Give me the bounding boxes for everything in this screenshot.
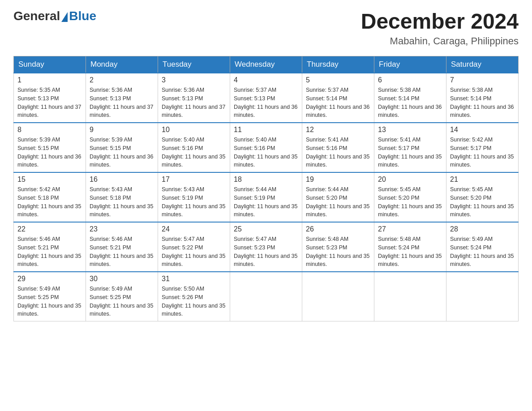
calendar-cell: 8Sunrise: 5:39 AMSunset: 5:15 PMDaylight…: [14, 123, 86, 172]
day-number: 24: [162, 225, 226, 233]
calendar-cell: 22Sunrise: 5:46 AMSunset: 5:21 PMDayligh…: [14, 222, 86, 272]
day-number: 8: [17, 126, 82, 134]
day-number: 12: [306, 126, 370, 134]
day-number: 5: [306, 76, 370, 84]
day-of-week-header: Sunday: [14, 56, 86, 73]
day-info: Sunrise: 5:50 AMSunset: 5:26 PMDaylight:…: [162, 285, 226, 318]
day-number: 26: [306, 225, 370, 233]
calendar-cell: 25Sunrise: 5:47 AMSunset: 5:23 PMDayligh…: [230, 222, 302, 272]
day-info: Sunrise: 5:40 AMSunset: 5:16 PMDaylight:…: [234, 136, 298, 169]
day-of-week-header: Wednesday: [230, 56, 302, 73]
day-number: 4: [234, 76, 298, 84]
day-number: 20: [378, 176, 442, 184]
day-number: 2: [90, 76, 154, 84]
day-info: Sunrise: 5:39 AMSunset: 5:15 PMDaylight:…: [90, 136, 154, 169]
day-of-week-header: Saturday: [446, 56, 519, 73]
calendar-cell: 14Sunrise: 5:42 AMSunset: 5:17 PMDayligh…: [446, 123, 519, 172]
day-number: 1: [17, 76, 82, 84]
page-header: General Blue December 2024 Mabahin, Cara…: [13, 9, 519, 47]
day-info: Sunrise: 5:39 AMSunset: 5:15 PMDaylight:…: [17, 136, 82, 169]
day-number: 22: [17, 225, 82, 233]
title-section: December 2024 Mabahin, Caraga, Philippin…: [361, 9, 519, 47]
calendar-cell: 17Sunrise: 5:43 AMSunset: 5:19 PMDayligh…: [158, 172, 230, 222]
day-info: Sunrise: 5:45 AMSunset: 5:20 PMDaylight:…: [450, 185, 515, 219]
calendar-cell: 12Sunrise: 5:41 AMSunset: 5:16 PMDayligh…: [302, 123, 374, 172]
day-number: 30: [90, 275, 154, 283]
logo-general-text: General: [13, 9, 60, 23]
day-info: Sunrise: 5:47 AMSunset: 5:22 PMDaylight:…: [162, 235, 226, 269]
day-number: 14: [450, 126, 515, 134]
calendar-header-row: SundayMondayTuesdayWednesdayThursdayFrid…: [14, 56, 519, 73]
calendar-cell: [302, 272, 374, 321]
day-info: Sunrise: 5:40 AMSunset: 5:16 PMDaylight:…: [162, 136, 226, 169]
calendar-cell: 31Sunrise: 5:50 AMSunset: 5:26 PMDayligh…: [158, 272, 230, 321]
day-number: 7: [450, 76, 515, 84]
day-info: Sunrise: 5:48 AMSunset: 5:24 PMDaylight:…: [378, 235, 442, 269]
day-of-week-header: Monday: [86, 56, 158, 73]
calendar-cell: 27Sunrise: 5:48 AMSunset: 5:24 PMDayligh…: [374, 222, 446, 272]
calendar-cell: 9Sunrise: 5:39 AMSunset: 5:15 PMDaylight…: [86, 123, 158, 172]
day-number: 31: [162, 275, 226, 283]
day-info: Sunrise: 5:41 AMSunset: 5:17 PMDaylight:…: [378, 136, 442, 169]
day-number: 23: [90, 225, 154, 233]
location-subtitle: Mabahin, Caraga, Philippines: [361, 35, 519, 47]
day-number: 17: [162, 176, 226, 184]
day-info: Sunrise: 5:46 AMSunset: 5:21 PMDaylight:…: [17, 235, 82, 269]
day-info: Sunrise: 5:44 AMSunset: 5:20 PMDaylight:…: [306, 185, 370, 219]
day-info: Sunrise: 5:44 AMSunset: 5:19 PMDaylight:…: [234, 185, 298, 219]
day-number: 3: [162, 76, 226, 84]
day-info: Sunrise: 5:42 AMSunset: 5:17 PMDaylight:…: [450, 136, 515, 169]
month-year-title: December 2024: [361, 9, 519, 34]
day-number: 27: [378, 225, 442, 233]
day-number: 11: [234, 126, 298, 134]
day-number: 15: [17, 176, 82, 184]
day-number: 6: [378, 76, 442, 84]
day-info: Sunrise: 5:38 AMSunset: 5:14 PMDaylight:…: [450, 86, 515, 120]
day-info: Sunrise: 5:42 AMSunset: 5:18 PMDaylight:…: [17, 185, 82, 219]
day-number: 21: [450, 176, 515, 184]
calendar-cell: 5Sunrise: 5:37 AMSunset: 5:14 PMDaylight…: [302, 73, 374, 123]
day-info: Sunrise: 5:36 AMSunset: 5:13 PMDaylight:…: [162, 86, 226, 120]
day-info: Sunrise: 5:49 AMSunset: 5:24 PMDaylight:…: [450, 235, 515, 269]
calendar-cell: 6Sunrise: 5:38 AMSunset: 5:14 PMDaylight…: [374, 73, 446, 123]
day-number: 18: [234, 176, 298, 184]
calendar-cell: 7Sunrise: 5:38 AMSunset: 5:14 PMDaylight…: [446, 73, 519, 123]
day-info: Sunrise: 5:37 AMSunset: 5:14 PMDaylight:…: [306, 86, 370, 120]
calendar-week-row: 29Sunrise: 5:49 AMSunset: 5:25 PMDayligh…: [14, 272, 519, 321]
day-number: 25: [234, 225, 298, 233]
calendar-week-row: 22Sunrise: 5:46 AMSunset: 5:21 PMDayligh…: [14, 222, 519, 272]
calendar-cell: 21Sunrise: 5:45 AMSunset: 5:20 PMDayligh…: [446, 172, 519, 222]
day-info: Sunrise: 5:37 AMSunset: 5:13 PMDaylight:…: [234, 86, 298, 120]
day-info: Sunrise: 5:38 AMSunset: 5:14 PMDaylight:…: [378, 86, 442, 120]
calendar-week-row: 8Sunrise: 5:39 AMSunset: 5:15 PMDaylight…: [14, 123, 519, 172]
day-info: Sunrise: 5:43 AMSunset: 5:19 PMDaylight:…: [162, 185, 226, 219]
day-number: 9: [90, 126, 154, 134]
day-info: Sunrise: 5:49 AMSunset: 5:25 PMDaylight:…: [90, 285, 154, 318]
day-info: Sunrise: 5:43 AMSunset: 5:18 PMDaylight:…: [90, 185, 154, 219]
day-info: Sunrise: 5:46 AMSunset: 5:21 PMDaylight:…: [90, 235, 154, 269]
calendar-cell: 11Sunrise: 5:40 AMSunset: 5:16 PMDayligh…: [230, 123, 302, 172]
logo-blue-text: Blue: [69, 9, 96, 23]
day-number: 19: [306, 176, 370, 184]
logo-triangle-icon: [61, 12, 68, 22]
day-of-week-header: Friday: [374, 56, 446, 73]
day-info: Sunrise: 5:36 AMSunset: 5:13 PMDaylight:…: [90, 86, 154, 120]
day-number: 16: [90, 176, 154, 184]
calendar-cell: 18Sunrise: 5:44 AMSunset: 5:19 PMDayligh…: [230, 172, 302, 222]
day-number: 13: [378, 126, 442, 134]
day-info: Sunrise: 5:41 AMSunset: 5:16 PMDaylight:…: [306, 136, 370, 169]
calendar-cell: 1Sunrise: 5:35 AMSunset: 5:13 PMDaylight…: [14, 73, 86, 123]
calendar-cell: 10Sunrise: 5:40 AMSunset: 5:16 PMDayligh…: [158, 123, 230, 172]
calendar-cell: 29Sunrise: 5:49 AMSunset: 5:25 PMDayligh…: [14, 272, 86, 321]
calendar-cell: 26Sunrise: 5:48 AMSunset: 5:23 PMDayligh…: [302, 222, 374, 272]
calendar-cell: 15Sunrise: 5:42 AMSunset: 5:18 PMDayligh…: [14, 172, 86, 222]
day-of-week-header: Tuesday: [158, 56, 230, 73]
calendar-cell: 23Sunrise: 5:46 AMSunset: 5:21 PMDayligh…: [86, 222, 158, 272]
day-info: Sunrise: 5:35 AMSunset: 5:13 PMDaylight:…: [17, 86, 82, 120]
calendar-cell: 24Sunrise: 5:47 AMSunset: 5:22 PMDayligh…: [158, 222, 230, 272]
calendar-cell: 30Sunrise: 5:49 AMSunset: 5:25 PMDayligh…: [86, 272, 158, 321]
calendar-week-row: 15Sunrise: 5:42 AMSunset: 5:18 PMDayligh…: [14, 172, 519, 222]
calendar-cell: [374, 272, 446, 321]
calendar-cell: [446, 272, 519, 321]
day-number: 28: [450, 225, 515, 233]
